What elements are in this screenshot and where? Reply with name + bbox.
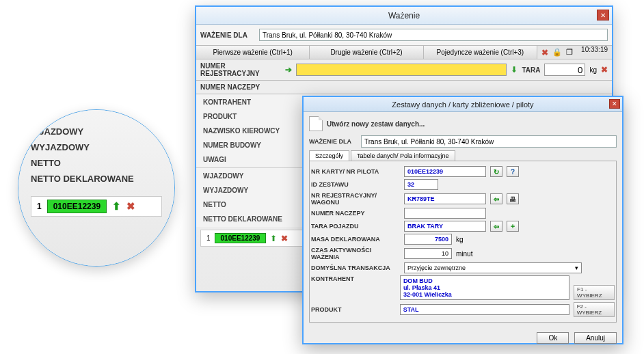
domyslna-label: DOMYŚLNA TRANSAKCJA (311, 264, 400, 271)
tara-unit: kg (589, 66, 597, 74)
tab-szczegoly[interactable]: Szczegóły (309, 150, 349, 161)
front-wazenie-dla-field[interactable] (361, 135, 617, 148)
tara-clear-icon[interactable]: ✖ (601, 65, 608, 74)
masa-label: MASA DEKLAROWANA (311, 236, 400, 243)
back-arrow-icon[interactable]: ⇦ (490, 193, 502, 204)
clock-time: 10:33:19 (577, 46, 612, 59)
tara-field[interactable] (544, 64, 585, 76)
kontrahent-textarea[interactable]: DOM BUD ul. Płaska 41 32-001 Wieliczka (400, 275, 569, 300)
nr-rej-field[interactable] (404, 193, 486, 204)
id-zestawu-label: ID ZESTAWU (311, 181, 400, 188)
front-wazenie-dla-label: WAŻENIE DLA (309, 138, 357, 145)
czas-field[interactable] (404, 248, 452, 259)
wazenie-dla-label: WAŻENIE DLA (200, 31, 255, 39)
page-icon (309, 116, 323, 131)
numer-naczepy-field-front[interactable] (404, 208, 486, 219)
delete-icon[interactable]: ✖ (126, 200, 135, 213)
tab-pojedyncze[interactable]: Pojedyncze ważenie (Ctrl+3) (424, 46, 537, 59)
numer-rejestracyjny-field[interactable] (296, 64, 507, 76)
titlebar-front: Zestawy danych / karty zbliżeniowe / pil… (304, 97, 622, 112)
numer-naczepy-label: NUMER NACZEPY (200, 83, 281, 91)
refresh-icon[interactable]: ↻ (490, 166, 502, 177)
lens-chip-row: 1 010EE12239 ⬆ ✖ (31, 196, 162, 217)
lens-chip-index: 1 (37, 202, 42, 211)
front-title-text: Zestawy danych / karty zbliżeniowe / pil… (392, 100, 533, 109)
front-subhead: Utwórz nowy zestaw danych... (327, 120, 425, 128)
czas-label: CZAS AKTYWNOŚCI WAŻENIA (311, 247, 400, 260)
arrow-right-icon: ➔ (285, 65, 292, 74)
lens-label-wjazdowy: WJAZDOWY (31, 126, 162, 137)
lock-icon[interactable]: 🔒 (552, 48, 562, 57)
plus-icon[interactable]: ＋ (507, 221, 519, 232)
arrow-down-icon[interactable]: ⬇ (511, 65, 518, 74)
domyslna-value: Przyjęcie zewnętrzne (407, 264, 466, 271)
arrow-up-icon[interactable]: ⬆ (112, 200, 121, 213)
chevron-down-icon: ▾ (575, 264, 578, 271)
delete-icon[interactable]: ✖ (541, 48, 548, 57)
help-icon[interactable]: ? (507, 166, 519, 177)
nr-rej-label: NR REJESTRACYJNY/ WAGONU (311, 192, 400, 206)
ok-button[interactable]: Ok (537, 332, 569, 344)
numer-naczepy-label-front: NUMER NACZEPY (311, 210, 400, 217)
masa-unit: kg (456, 236, 464, 243)
wazenie-dla-field[interactable] (259, 29, 608, 41)
lens-label-netto-dekl: NETTO DEKLAROWANE (31, 174, 162, 184)
domyslna-select[interactable]: Przyjęcie zewnętrzne ▾ (404, 262, 582, 273)
lens-label-wyjazdowy: WYJAZDOWY (31, 142, 162, 152)
nr-karty-field[interactable] (404, 166, 486, 177)
print-icon[interactable]: 🖶 (507, 193, 519, 204)
copy-icon[interactable]: ❐ (566, 48, 573, 57)
tab-tabele[interactable]: Tabele danych/ Pola informacyjne (351, 150, 455, 161)
tara-label: TARA (522, 66, 540, 74)
czas-unit: minut (456, 250, 472, 258)
lens-chip-code[interactable]: 010EE12239 (47, 200, 107, 213)
tab-drugie[interactable]: Drugie ważenie (Ctrl+2) (310, 46, 423, 59)
f2-select-button[interactable]: F2 - WYBIERZ (574, 302, 615, 317)
title-text: Ważenie (388, 11, 420, 21)
chip-index: 1 (206, 234, 211, 242)
arrow-up-icon[interactable]: ⬆ (270, 234, 277, 243)
id-zestawu-field[interactable] (404, 179, 438, 190)
close-icon[interactable]: ✕ (609, 99, 620, 109)
lens-label-netto: NETTO (31, 158, 162, 168)
nr-karty-label: NR KARTY/ NR PILOTA (311, 168, 400, 175)
tara-pojazdu-label: TARA POJAZDU (311, 223, 400, 230)
tara-pojazdu-field[interactable] (404, 221, 486, 232)
produkt-label-front: PRODUKT (311, 306, 396, 313)
titlebar-back: Ważenie ✕ (196, 7, 612, 25)
back-arrow-icon[interactable]: ⇦ (490, 221, 502, 232)
masa-field[interactable] (404, 234, 452, 245)
tab-pierwsze[interactable]: Pierwsze ważenie (Ctrl+1) (196, 46, 310, 59)
close-icon[interactable]: ✕ (597, 10, 609, 21)
row-delete-icon[interactable]: ✖ (281, 234, 288, 243)
window-zestawy: Zestawy danych / karty zbliżeniowe / pil… (302, 96, 623, 344)
f1-select-button[interactable]: F1 - WYBIERZ (574, 285, 615, 300)
magnifier-lens: WJAZDOWY WYJAZDOWY NETTO NETTO DEKLAROWA… (18, 109, 175, 267)
numer-rejestracyjny-label: NUMER REJESTRACYJNY (200, 62, 281, 77)
anuluj-button[interactable]: Anuluj (574, 332, 617, 344)
kontrahent-label-front: KONTRAHENT (311, 275, 396, 282)
produkt-field[interactable] (400, 304, 569, 315)
chip-code[interactable]: 010EE12239 (215, 233, 267, 243)
